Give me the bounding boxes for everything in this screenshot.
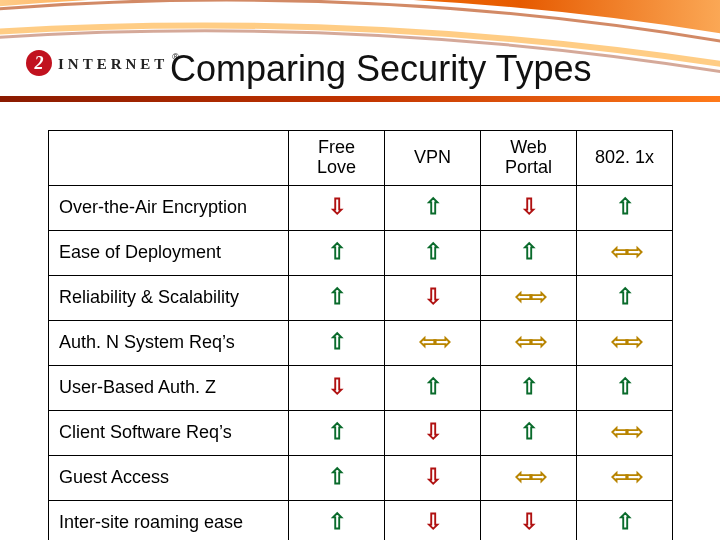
arrow-down-icon: ⇩ (520, 196, 538, 218)
arrow-up-icon: ⇧ (328, 511, 346, 533)
arrow-side-icon: ⇦⇨ (515, 331, 543, 353)
rating-cell: ⇦⇨ (577, 410, 673, 455)
arrow-side-icon: ⇦⇨ (611, 466, 639, 488)
row-label: Ease of Deployment (49, 230, 289, 275)
arrow-side-icon: ⇦⇨ (611, 241, 639, 263)
rating-cell: ⇦⇨ (481, 275, 577, 320)
rating-cell: ⇧ (289, 455, 385, 500)
arrow-side-icon: ⇦⇨ (611, 421, 639, 443)
row-label: Over-the-Air Encryption (49, 185, 289, 230)
slide-header: 2 INTERNET ® Comparing Security Types (0, 0, 720, 105)
rating-cell: ⇧ (385, 230, 481, 275)
rating-cell: ⇩ (385, 455, 481, 500)
arrow-up-icon: ⇧ (616, 286, 634, 308)
arrow-side-icon: ⇦⇨ (611, 331, 639, 353)
arrow-down-icon: ⇩ (424, 466, 442, 488)
rating-cell: ⇦⇨ (577, 455, 673, 500)
rating-cell: ⇦⇨ (481, 320, 577, 365)
arrow-down-icon: ⇩ (424, 286, 442, 308)
rating-cell: ⇩ (481, 500, 577, 540)
rating-cell: ⇩ (289, 365, 385, 410)
rating-cell: ⇦⇨ (481, 455, 577, 500)
rating-cell: ⇩ (385, 410, 481, 455)
arrow-down-icon: ⇩ (424, 511, 442, 533)
arrow-up-icon: ⇧ (616, 196, 634, 218)
table-row: Reliability & Scalability⇧⇩⇦⇨⇧ (49, 275, 673, 320)
table-row: Client Software Req’s⇧⇩⇧⇦⇨ (49, 410, 673, 455)
rating-cell: ⇩ (385, 275, 481, 320)
rating-cell: ⇧ (289, 230, 385, 275)
arrow-down-icon: ⇩ (520, 511, 538, 533)
rating-cell: ⇦⇨ (385, 320, 481, 365)
row-label: Reliability & Scalability (49, 275, 289, 320)
col-header: VPN (385, 131, 481, 186)
rating-cell: ⇧ (289, 275, 385, 320)
logo-glyph-circle: 2 (26, 50, 52, 76)
table-row: User-Based Auth. Z⇩⇧⇧⇧ (49, 365, 673, 410)
arrow-up-icon: ⇧ (328, 286, 346, 308)
arrow-side-icon: ⇦⇨ (515, 286, 543, 308)
arrow-up-icon: ⇧ (424, 241, 442, 263)
arrow-down-icon: ⇩ (328, 376, 346, 398)
rating-cell: ⇧ (577, 365, 673, 410)
arrow-up-icon: ⇧ (616, 376, 634, 398)
arrow-down-icon: ⇩ (328, 196, 346, 218)
rating-cell: ⇧ (385, 185, 481, 230)
svg-rect-0 (0, 96, 720, 102)
rating-cell: ⇦⇨ (577, 320, 673, 365)
rating-cell: ⇧ (577, 275, 673, 320)
arrow-up-icon: ⇧ (328, 421, 346, 443)
rating-cell: ⇧ (289, 410, 385, 455)
arrow-up-icon: ⇧ (328, 241, 346, 263)
table-row: Auth. N System Req’s⇧⇦⇨⇦⇨⇦⇨ (49, 320, 673, 365)
arrow-side-icon: ⇦⇨ (419, 331, 447, 353)
row-label: User-Based Auth. Z (49, 365, 289, 410)
row-label: Inter-site roaming ease (49, 500, 289, 540)
col-header: Web Portal (481, 131, 577, 186)
rating-cell: ⇩ (481, 185, 577, 230)
logo-wordmark: INTERNET (58, 56, 168, 73)
row-label: Client Software Req’s (49, 410, 289, 455)
table-row: Guest Access⇧⇩⇦⇨⇦⇨ (49, 455, 673, 500)
rating-cell: ⇩ (385, 500, 481, 540)
rating-cell: ⇧ (481, 410, 577, 455)
rating-cell: ⇩ (289, 185, 385, 230)
table-header-row: Free Love VPN Web Portal 802. 1x (49, 131, 673, 186)
rating-cell: ⇧ (385, 365, 481, 410)
row-label: Auth. N System Req’s (49, 320, 289, 365)
row-label: Guest Access (49, 455, 289, 500)
arrow-up-icon: ⇧ (520, 421, 538, 443)
internet2-logo: 2 INTERNET ® (26, 50, 179, 76)
arrow-up-icon: ⇧ (520, 241, 538, 263)
arrow-up-icon: ⇧ (520, 376, 538, 398)
arrow-up-icon: ⇧ (424, 376, 442, 398)
slide-title: Comparing Security Types (170, 48, 700, 90)
rating-cell: ⇦⇨ (577, 230, 673, 275)
table-row: Ease of Deployment⇧⇧⇧⇦⇨ (49, 230, 673, 275)
col-header: Free Love (289, 131, 385, 186)
col-header: 802. 1x (577, 131, 673, 186)
table-row: Over-the-Air Encryption⇩⇧⇩⇧ (49, 185, 673, 230)
arrow-up-icon: ⇧ (424, 196, 442, 218)
rating-cell: ⇧ (481, 230, 577, 275)
rating-cell: ⇧ (481, 365, 577, 410)
comparison-table: Free Love VPN Web Portal 802. 1x Over-th… (48, 130, 673, 540)
table-row: Inter-site roaming ease⇧⇩⇩⇧ (49, 500, 673, 540)
rating-cell: ⇧ (577, 500, 673, 540)
arrow-side-icon: ⇦⇨ (515, 466, 543, 488)
arrow-down-icon: ⇩ (424, 421, 442, 443)
rating-cell: ⇧ (577, 185, 673, 230)
rating-cell: ⇧ (289, 320, 385, 365)
rating-cell: ⇧ (289, 500, 385, 540)
arrow-up-icon: ⇧ (616, 511, 634, 533)
arrow-up-icon: ⇧ (328, 466, 346, 488)
arrow-up-icon: ⇧ (328, 331, 346, 353)
header-blank (49, 131, 289, 186)
